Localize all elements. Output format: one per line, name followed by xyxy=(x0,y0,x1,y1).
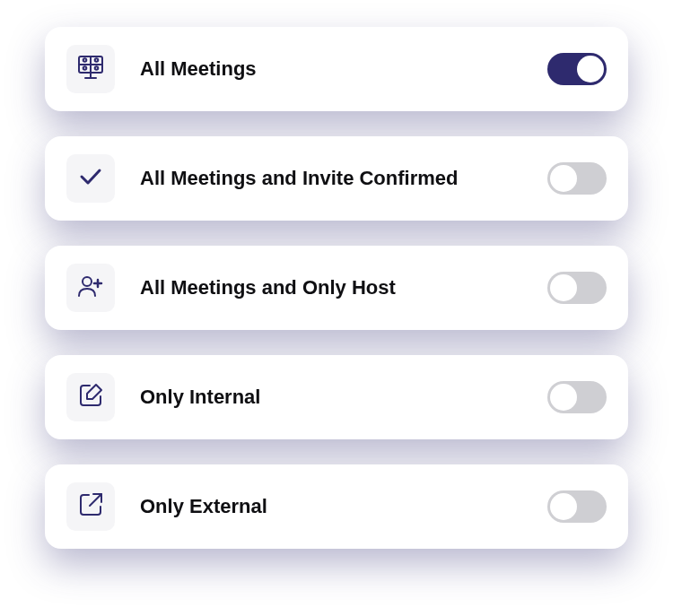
setting-label: Only External xyxy=(140,495,547,518)
svg-point-3 xyxy=(83,58,87,62)
toggle-only-host[interactable] xyxy=(547,272,607,304)
setting-label: All Meetings and Invite Confirmed xyxy=(140,167,547,190)
svg-point-4 xyxy=(95,58,99,62)
toggle-all-meetings[interactable] xyxy=(547,53,607,85)
external-link-icon xyxy=(76,490,105,523)
svg-point-9 xyxy=(83,277,92,286)
setting-row-only-external: Only External xyxy=(45,464,628,549)
toggle-only-internal[interactable] xyxy=(547,381,607,413)
setting-row-invite-confirmed: All Meetings and Invite Confirmed xyxy=(45,136,628,221)
svg-point-6 xyxy=(95,66,99,70)
settings-list: All Meetings All Meetings and Invite Con… xyxy=(45,27,628,549)
toggle-knob xyxy=(550,384,577,411)
meetings-icon xyxy=(76,53,105,85)
toggle-knob xyxy=(577,56,604,82)
svg-point-5 xyxy=(83,66,87,70)
setting-label: All Meetings and Only Host xyxy=(140,276,547,299)
check-icon xyxy=(76,162,105,195)
icon-box xyxy=(66,482,115,531)
setting-row-all-meetings: All Meetings xyxy=(45,27,628,111)
setting-label: All Meetings xyxy=(140,57,547,81)
toggle-invite-confirmed[interactable] xyxy=(547,162,607,195)
setting-row-only-internal: Only Internal xyxy=(45,355,628,439)
edit-square-icon xyxy=(76,381,105,413)
toggle-knob xyxy=(550,493,577,520)
setting-row-only-host: All Meetings and Only Host xyxy=(45,246,628,330)
toggle-only-external[interactable] xyxy=(547,490,607,523)
icon-box xyxy=(66,45,115,93)
icon-box xyxy=(66,264,115,312)
toggle-knob xyxy=(550,274,577,301)
svg-line-12 xyxy=(90,494,101,506)
person-add-icon xyxy=(76,272,105,304)
toggle-knob xyxy=(550,165,577,192)
setting-label: Only Internal xyxy=(140,386,547,409)
icon-box xyxy=(66,154,115,203)
icon-box xyxy=(66,373,115,421)
